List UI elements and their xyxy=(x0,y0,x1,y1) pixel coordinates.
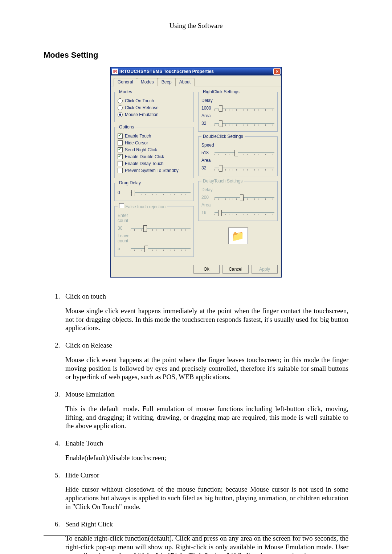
check-enable-double-click[interactable] xyxy=(118,154,123,159)
check-enable-touch[interactable] xyxy=(118,134,123,139)
label-prevent-standby: Prevent System To Standby xyxy=(125,168,179,173)
list-item: Click on touch Mouse single click event … xyxy=(62,292,348,332)
ok-button[interactable]: Ok xyxy=(193,265,220,274)
radio-click-on-touch[interactable] xyxy=(118,98,123,103)
rc-delay-slider[interactable] xyxy=(215,104,274,112)
dt-delay-value: 200 xyxy=(201,195,212,200)
item-title: Click on Release xyxy=(65,341,348,350)
item-body: Enable(default)/disable touchscreen; xyxy=(65,454,348,462)
false-touch-group: False touch rejection Enter count 30 Lea… xyxy=(114,203,194,257)
list-item: Mouse Emulation This is the default mode… xyxy=(62,390,348,430)
label-hide-cursor: Hide Cursor xyxy=(125,140,148,145)
leave-count-value: 5 xyxy=(118,246,128,251)
apply-button: Apply xyxy=(252,265,278,274)
tab-general[interactable]: General xyxy=(114,78,137,86)
dc-area-value: 32 xyxy=(201,165,212,171)
folder-icon: 📁 xyxy=(232,230,244,242)
dc-speed-slider[interactable] xyxy=(215,149,274,156)
enter-count-slider xyxy=(131,225,191,232)
item-body: Hide cursor without closedown of the mou… xyxy=(65,485,348,511)
dc-speed-label: Speed xyxy=(201,143,216,148)
rc-delay-value: 1000 xyxy=(201,106,212,111)
delay-touch-legend: DelayTouch Settings xyxy=(201,178,244,184)
check-hide-cursor[interactable] xyxy=(118,140,123,145)
close-icon[interactable]: ✕ xyxy=(273,68,281,75)
doc-item-list: Click on touch Mouse single click event … xyxy=(62,292,348,554)
false-touch-legend-text: False touch rejection xyxy=(125,204,166,209)
drag-delay-group: Drag Delay 0 xyxy=(114,180,194,201)
list-item: Hide Cursor Hide cursor without closedow… xyxy=(62,471,348,511)
list-item: Enable Touch Enable(default)/disable tou… xyxy=(62,439,348,462)
check-send-right-click[interactable] xyxy=(118,147,123,152)
label-enable-touch: Enable Touch xyxy=(125,134,151,139)
tab-row: General Modes Beep About xyxy=(111,75,281,86)
app-logo-icon: IR xyxy=(112,69,118,74)
item-title: Click on touch xyxy=(65,292,348,301)
double-click-test-target[interactable]: 📁 xyxy=(228,227,248,244)
item-title: Send Right Click xyxy=(65,520,348,529)
top-rule xyxy=(44,32,348,32)
item-title: Mouse Emulation xyxy=(65,390,348,399)
leave-count-label: Leave count xyxy=(118,233,139,243)
leave-count-slider xyxy=(131,245,191,252)
properties-dialog: IR IRTOUCHSYSTEMS TouchScreen Properties… xyxy=(110,67,282,278)
label-click-on-touch: Click On Touch xyxy=(125,98,154,103)
tab-about[interactable]: About xyxy=(175,78,195,86)
list-item: Click on Release Mouse click event happe… xyxy=(62,341,348,381)
cancel-button[interactable]: Cancel xyxy=(222,265,249,274)
title-rest: TouchScreen Properties xyxy=(164,69,214,74)
check-enable-delay-touch[interactable] xyxy=(118,161,123,166)
dialog-title: IRTOUCHSYSTEMS TouchScreen Properties xyxy=(119,69,273,74)
label-enable-delay-touch: Enable Delay Touch xyxy=(125,161,164,166)
dc-area-slider[interactable] xyxy=(215,164,274,172)
bottom-rule xyxy=(44,535,348,536)
radio-mouse-emulation[interactable] xyxy=(118,112,123,117)
right-click-legend: RightClick Settings xyxy=(201,89,241,94)
list-item: Send Right Click To enable right-click f… xyxy=(62,520,348,554)
dt-area-label: Area xyxy=(201,202,216,208)
label-enable-double-click: Enable Double Click xyxy=(125,154,164,159)
double-click-group: DoubleClick Settings Speed 518 Area 32 xyxy=(198,134,278,176)
item-body: To enable right-click function(default).… xyxy=(65,534,348,554)
item-body: This is the default mode. Full emulation… xyxy=(65,405,348,430)
options-legend: Options xyxy=(118,124,135,130)
dt-area-value: 16 xyxy=(201,210,212,215)
double-click-legend: DoubleClick Settings xyxy=(201,134,245,139)
dt-delay-label: Delay xyxy=(201,187,216,192)
item-title: Enable Touch xyxy=(65,439,348,448)
rc-delay-label: Delay xyxy=(201,98,216,103)
radio-click-on-release[interactable] xyxy=(118,105,123,110)
tab-modes[interactable]: Modes xyxy=(137,78,158,86)
check-prevent-standby[interactable] xyxy=(118,168,123,173)
item-title: Hide Cursor xyxy=(65,471,348,480)
dc-speed-value: 518 xyxy=(201,150,212,155)
item-body: Mouse click event happens at the point w… xyxy=(65,356,348,381)
tab-beep[interactable]: Beep xyxy=(158,78,176,86)
dialog-titlebar: IR IRTOUCHSYSTEMS TouchScreen Properties… xyxy=(111,67,281,75)
drag-delay-slider[interactable] xyxy=(131,189,191,196)
running-header: Using the Software xyxy=(44,22,348,30)
dialog-button-row: Ok Cancel Apply xyxy=(111,263,281,277)
label-mouse-emulation: Mouse Emulation xyxy=(125,112,159,117)
rc-area-value: 32 xyxy=(201,121,212,126)
false-touch-legend: False touch rejection xyxy=(118,203,167,209)
dc-area-label: Area xyxy=(201,158,216,163)
drag-delay-value: 0 xyxy=(118,190,128,195)
enter-count-value: 30 xyxy=(118,226,128,231)
title-brand: IRTOUCHSYSTEMS xyxy=(119,69,163,74)
section-title: Modes Setting xyxy=(44,50,348,60)
enter-count-label: Enter count xyxy=(118,213,139,223)
item-body: Mouse single click event happens immedia… xyxy=(65,307,348,332)
dt-area-slider xyxy=(215,209,274,216)
rc-area-slider[interactable] xyxy=(215,120,274,127)
options-group: Options Enable Touch Hide Cursor Send Ri… xyxy=(114,124,194,178)
label-send-right-click: Send Right Click xyxy=(125,147,157,152)
right-click-group: RightClick Settings Delay 1000 Area 32 xyxy=(198,89,278,132)
label-click-on-release: Click On Release xyxy=(125,105,159,110)
modes-legend: Modes xyxy=(118,89,134,94)
dt-delay-slider xyxy=(215,194,274,201)
rc-area-label: Area xyxy=(201,113,216,118)
modes-group: Modes Click On Touch Click On Release Mo… xyxy=(114,89,194,122)
delay-touch-group: DelayTouch Settings Delay 200 Area 16 xyxy=(198,178,278,221)
check-false-touch[interactable] xyxy=(119,203,124,208)
